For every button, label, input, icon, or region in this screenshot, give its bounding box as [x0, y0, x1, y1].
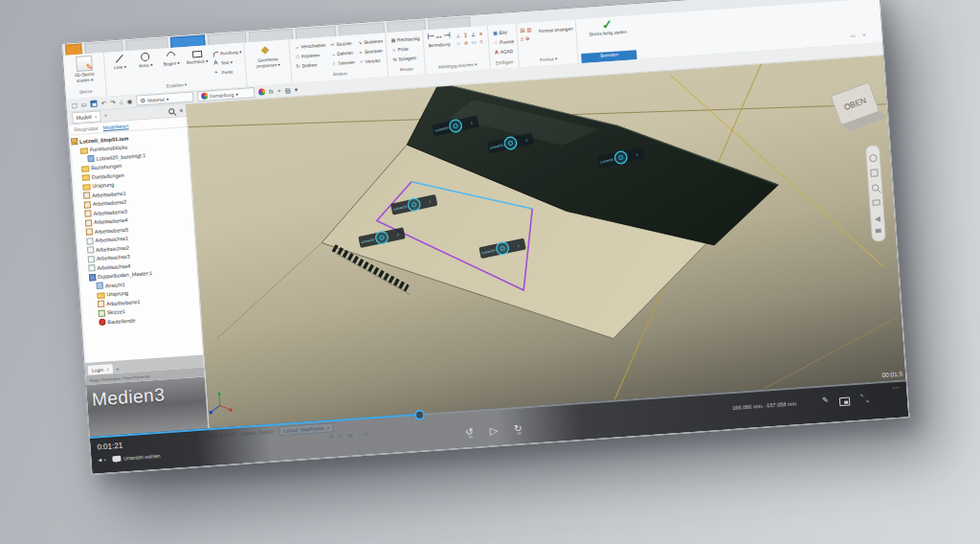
constraint-button[interactable]: =	[478, 37, 486, 46]
video-current-time: 0:01:21	[97, 442, 122, 452]
create-tool-button[interactable]: Rechteck ▾	[185, 46, 210, 65]
cursor-coordinates: 166.060 mm, -157.058 mm	[732, 400, 796, 411]
more-options-icon[interactable]: ⋯	[892, 384, 900, 392]
ribbon-group-einfuegen: ▣ Bild ∴ Punkte A ACAD	[488, 24, 520, 70]
start-2d-sketch-button[interactable]: 2D-Skizze starten ▾	[66, 54, 102, 83]
redo-icon[interactable]: ↷	[110, 98, 116, 107]
modify-tool-button[interactable]: / Trennen	[329, 57, 354, 69]
tool-icon	[141, 53, 150, 62]
close-icon[interactable]: ×	[94, 114, 97, 120]
new-tab-button[interactable]: +	[116, 367, 120, 373]
tree-item-icon	[84, 210, 91, 216]
viewport-scene: Lotzwil20 1 Lotzwil20 1 Lotzwil20 1	[186, 56, 906, 429]
fullscreen-icon[interactable]	[860, 394, 870, 403]
media-title-overlay: Login × + Magix Formulare Ohne Formulie …	[84, 354, 208, 439]
tree-item-icon	[97, 283, 103, 289]
ribbon-group-format: ▤▥ ±⊕ Format anzeigen Format ▾	[517, 19, 579, 67]
tree-item-icon	[83, 193, 90, 199]
modify-tool-button[interactable]: ↻ Drehen	[294, 59, 327, 71]
tree-item-icon	[85, 219, 92, 226]
picture-in-picture-icon[interactable]	[839, 397, 851, 406]
constraint-grid: ⊥ ∥ ∠ ≡ ○ ⌀ ▭	[454, 27, 485, 47]
color-wheel-icon	[201, 92, 208, 99]
create-tool-button[interactable]: Kreis ▾	[133, 50, 158, 69]
new-file-icon[interactable]: ▢	[71, 101, 78, 110]
muted-speaker-icon[interactable]: ◄	[97, 457, 102, 463]
tree-item-icon	[88, 256, 95, 262]
open-file-icon[interactable]: ▭	[80, 100, 87, 109]
viewcube[interactable]: OBEN	[831, 80, 887, 133]
tree-item-icon	[84, 201, 91, 208]
appearance-swatch-icon[interactable]	[258, 88, 265, 95]
tree-item-icon	[89, 274, 96, 281]
play-button[interactable]: ▷	[489, 424, 498, 437]
browser-mode-link-active[interactable]: Modellieren	[102, 123, 128, 130]
model-tree: Lotzwil_Stop01.iam Funktionsblöcke Lotzw…	[71, 127, 201, 329]
tool-icon	[115, 54, 124, 63]
menu-icon[interactable]: ≡	[179, 107, 183, 113]
work-axis-line[interactable]	[211, 243, 327, 339]
tree-item-icon	[97, 292, 104, 299]
browser-mode-link[interactable]: Baugruppe	[74, 125, 99, 133]
desktop-background: 2D-Skizze starten ▾ Skizze Linie ▾	[0, 0, 980, 544]
modify-tool-button[interactable]: ≈ Versatz	[357, 56, 385, 67]
forward-10-button[interactable]: ↻10	[514, 422, 523, 435]
rewind-10-button[interactable]: ↺10	[465, 426, 474, 439]
sketch-icon	[76, 56, 93, 72]
origin-triad	[208, 392, 233, 415]
browser-tab-modell[interactable]: Modell ×	[72, 110, 101, 124]
tree-item-icon	[86, 228, 93, 235]
tool-icon	[213, 69, 219, 75]
gear-icon: ⚙	[140, 96, 146, 105]
sheet-icon[interactable]: ▤	[284, 85, 291, 95]
green-check-icon: ✓	[602, 18, 613, 32]
camera-tool-icon[interactable]	[876, 229, 881, 233]
create-tool-button[interactable]: Bogen ▾	[159, 48, 184, 67]
create-stack: Rundung ▾ Text ▾ Punkt	[212, 44, 243, 77]
close-icon[interactable]: ×	[106, 366, 109, 372]
ribbon-group-skizze: 2D-Skizze starten ▾ Skizze	[63, 53, 107, 100]
tool-icon	[192, 49, 202, 58]
captions-label[interactable]: Untertitel wählen	[123, 453, 161, 462]
ribbon-group-beenden: ✓ Skizze fertig stellen Beenden	[576, 15, 640, 63]
tree-item-icon	[80, 147, 88, 154]
finish-sketch-button[interactable]: ✓ Skizze fertig stellen	[579, 16, 635, 38]
dimension-icon: ⊢↔⊣	[427, 32, 451, 42]
project-geometry-icon	[259, 42, 275, 57]
tree-item-icon	[82, 184, 90, 191]
show-format-button[interactable]: Format anzeigen	[538, 21, 573, 34]
tree-item-icon	[99, 319, 105, 326]
format-icons-row[interactable]: ±⊕	[521, 35, 535, 45]
measure-plus-icon[interactable]: +	[278, 86, 281, 96]
project-geometry-button[interactable]: Geometrie projizieren ▾	[248, 41, 288, 70]
edit-pencil-icon[interactable]: ✎	[822, 396, 829, 404]
save-icon[interactable]	[91, 101, 98, 107]
ribbon-group-abhaengig-machen: ⊢↔⊣ Bemaßung ⊥ ∥ ∠ ≡	[423, 26, 491, 75]
orbit-icon[interactable]: ◉	[126, 96, 132, 105]
insert-tool-button[interactable]: A ACAD	[492, 46, 515, 57]
tree-item-icon	[86, 238, 93, 244]
home-icon[interactable]: ⌂	[119, 97, 123, 106]
tree-item-icon	[87, 155, 94, 162]
pattern-tool-button[interactable]: ⇆ Spiegeln	[390, 53, 421, 64]
create-tool-button[interactable]: Linie ▾	[107, 52, 132, 71]
tree-item-icon	[87, 246, 94, 253]
tree-item-icon	[82, 175, 90, 182]
captions-bubble-icon[interactable]	[112, 456, 121, 463]
add-browser-tab-button[interactable]: +	[103, 113, 107, 119]
tree-item-icon	[88, 264, 95, 271]
ribbon-minimize-close-icons[interactable]: ▭ ×	[850, 32, 868, 38]
ribbon-group-projizieren: Geometrie projizieren ▾	[245, 39, 293, 86]
undo-icon[interactable]: ↶	[100, 98, 106, 107]
search-icon[interactable]	[169, 108, 175, 114]
progress-scrubber-handle[interactable]	[414, 409, 426, 420]
tree-item-icon	[98, 301, 104, 307]
parameters-fx-button[interactable]: fx	[269, 86, 275, 96]
ribbon-group-aendern: ↔ Verschieben □ Kopieren ↻ Drehen	[290, 33, 390, 83]
viewport-3d[interactable]: Lotzwil20 1 Lotzwil20 1 Lotzwil20 1	[186, 56, 906, 429]
nav-bar[interactable]	[866, 146, 886, 242]
create-stack-button[interactable]: Punkt	[212, 65, 243, 77]
dimension-button[interactable]: ⊢↔⊣ Bemaßung	[426, 30, 452, 49]
tree-item-icon	[71, 138, 78, 145]
caret-down-icon[interactable]: ▾	[294, 84, 298, 94]
